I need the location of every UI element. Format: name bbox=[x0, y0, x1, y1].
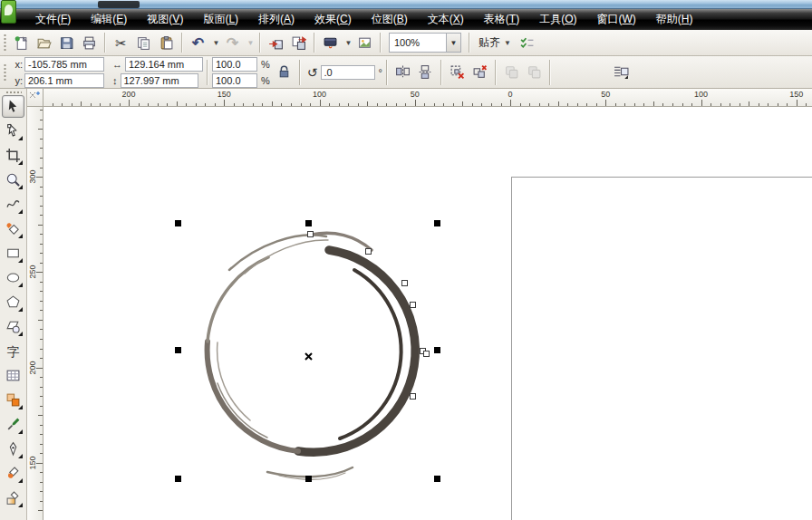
application-launcher-button[interactable] bbox=[320, 33, 341, 53]
curve-node[interactable] bbox=[307, 231, 314, 237]
mirror-horizontal-button[interactable] bbox=[392, 62, 413, 82]
ruler-tick bbox=[662, 103, 663, 106]
menu-item-l[interactable]: 版面(L) bbox=[193, 9, 248, 30]
import-icon bbox=[268, 35, 284, 51]
ruler-tick bbox=[167, 103, 168, 106]
selection-handle[interactable] bbox=[305, 220, 312, 226]
undo-button[interactable]: ↶ bbox=[188, 33, 208, 53]
menu-item-a[interactable]: 排列(A) bbox=[248, 9, 304, 30]
smart-fill-tool[interactable] bbox=[2, 217, 24, 240]
print-button[interactable] bbox=[79, 33, 100, 53]
table-tool[interactable] bbox=[2, 364, 24, 387]
interactive-fill-tool[interactable] bbox=[2, 486, 24, 509]
drawing-canvas[interactable] bbox=[44, 107, 812, 520]
selection-handle[interactable] bbox=[434, 476, 440, 482]
ruler-tick bbox=[730, 103, 730, 106]
lock-ratio-button[interactable] bbox=[274, 62, 295, 82]
outline-pen-tool[interactable] bbox=[2, 438, 24, 460]
selection-handle[interactable] bbox=[175, 476, 181, 482]
new-document-button[interactable] bbox=[11, 33, 32, 53]
polygon-tool[interactable] bbox=[2, 291, 24, 313]
basic-shapes-tool[interactable] bbox=[2, 315, 24, 338]
blend-tool[interactable] bbox=[2, 389, 24, 411]
cut-button[interactable]: ✂ bbox=[111, 33, 131, 53]
y-position-field[interactable]: 206.1 mm bbox=[24, 73, 104, 88]
curve-node[interactable] bbox=[423, 351, 430, 357]
curve-node[interactable] bbox=[401, 280, 408, 286]
options-button[interactable] bbox=[517, 33, 537, 53]
menu-item-o[interactable]: 工具(O) bbox=[529, 9, 586, 30]
propbar-grip[interactable] bbox=[3, 63, 7, 82]
coreldraw-app-icon[interactable] bbox=[1, 0, 16, 24]
selection-center-mark[interactable] bbox=[304, 348, 313, 356]
application-launcher-icon bbox=[323, 35, 338, 51]
ruler-origin-corner[interactable] bbox=[27, 89, 44, 107]
paste-button[interactable] bbox=[156, 33, 177, 53]
menu-item-x[interactable]: 文本(X) bbox=[418, 9, 474, 30]
artwork-brush-circle[interactable] bbox=[44, 107, 812, 520]
copy-button[interactable] bbox=[133, 33, 154, 53]
pick-tool[interactable] bbox=[2, 95, 24, 118]
selection-handle[interactable] bbox=[305, 476, 312, 482]
open-button[interactable] bbox=[34, 33, 54, 53]
menu-item-t[interactable]: 表格(T) bbox=[474, 9, 529, 30]
zoom-combo-dropdown[interactable]: ▼ bbox=[446, 34, 460, 52]
ruler-tick bbox=[634, 103, 635, 106]
vertical-ruler[interactable]: 300250200150 bbox=[27, 107, 44, 520]
selection-handle[interactable] bbox=[175, 347, 181, 353]
ruler-tick bbox=[40, 282, 43, 283]
crop-tool[interactable] bbox=[2, 144, 24, 167]
menu-item-w[interactable]: 窗口(W) bbox=[586, 9, 645, 30]
zoom-tool[interactable] bbox=[2, 169, 24, 191]
ruler-tick bbox=[653, 101, 654, 106]
import-button[interactable] bbox=[266, 33, 286, 53]
ruler-tick bbox=[40, 253, 43, 254]
export-button[interactable] bbox=[288, 33, 309, 53]
menu-item-b[interactable]: 位图(B) bbox=[362, 9, 418, 30]
object-height-field[interactable]: 127.997 mm bbox=[121, 73, 198, 88]
toolbar-grip[interactable] bbox=[3, 34, 7, 52]
zoom-level-combo[interactable]: 100% ▼ bbox=[389, 33, 461, 53]
object-width-field[interactable]: 129.164 mm bbox=[125, 57, 203, 72]
scale-y-field[interactable]: 100.0 bbox=[212, 73, 257, 88]
scale-x-field[interactable]: 100.0 bbox=[212, 57, 257, 72]
ruler-tick bbox=[40, 425, 43, 426]
selection-handle[interactable] bbox=[175, 220, 181, 226]
redo-button[interactable]: ↷ bbox=[222, 33, 243, 53]
combine-button[interactable] bbox=[447, 62, 468, 82]
curve-node[interactable] bbox=[410, 302, 416, 308]
curve-node[interactable] bbox=[365, 248, 372, 255]
selection-handle[interactable] bbox=[434, 347, 440, 353]
fill-tool[interactable] bbox=[2, 462, 24, 485]
x-position-field[interactable]: -105.785 mm bbox=[24, 57, 104, 72]
window-titlebar[interactable] bbox=[0, 0, 812, 9]
launcher-dropdown[interactable]: ▼ bbox=[343, 33, 353, 53]
undo-dropdown[interactable]: ▼ bbox=[210, 33, 220, 53]
menu-item-e[interactable]: 编辑(E) bbox=[81, 9, 137, 30]
menu-item-c[interactable]: 效果(C) bbox=[304, 9, 362, 30]
menu-item-h[interactable]: 帮助(H) bbox=[646, 9, 703, 30]
ruler-tick bbox=[768, 103, 768, 106]
toolbox-grip[interactable] bbox=[5, 91, 22, 94]
horizontal-ruler[interactable]: 20015010050050100150 bbox=[44, 89, 812, 107]
menu-item-f[interactable]: 文件(F) bbox=[25, 9, 81, 30]
text-tool[interactable]: 字 bbox=[2, 340, 24, 362]
menu-item-v[interactable]: 视图(V) bbox=[137, 9, 193, 30]
freehand-tool[interactable] bbox=[2, 193, 24, 216]
curve-node[interactable] bbox=[410, 393, 416, 400]
ruler-tick bbox=[301, 103, 302, 106]
welcome-screen-button[interactable] bbox=[354, 33, 375, 53]
mirror-vertical-button[interactable] bbox=[415, 62, 436, 82]
redo-dropdown[interactable]: ▼ bbox=[245, 33, 255, 53]
rotation-angle-field[interactable]: .0 bbox=[321, 65, 375, 80]
selection-handle[interactable] bbox=[434, 220, 440, 226]
break-apart-button[interactable] bbox=[469, 62, 490, 82]
snap-to-button[interactable]: 贴齐 ▼ bbox=[474, 34, 516, 53]
eyedropper-tool[interactable] bbox=[2, 413, 24, 436]
ellipse-tool[interactable] bbox=[2, 266, 24, 289]
wrap-paragraph-text-button[interactable] bbox=[611, 62, 632, 82]
rectangle-tool[interactable] bbox=[2, 242, 24, 265]
propbar-separator bbox=[207, 60, 208, 85]
shape-tool[interactable] bbox=[2, 120, 24, 142]
save-button[interactable] bbox=[56, 33, 77, 53]
